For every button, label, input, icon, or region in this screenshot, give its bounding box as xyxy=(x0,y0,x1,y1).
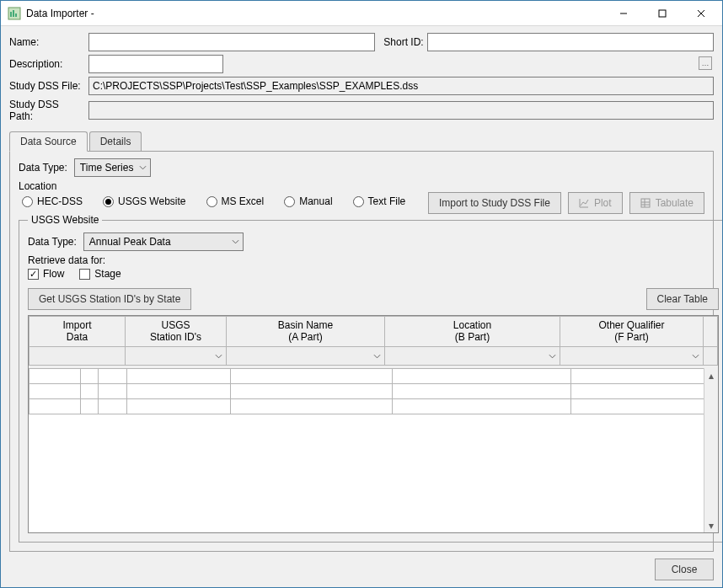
table-row[interactable] xyxy=(29,384,718,399)
svg-rect-1 xyxy=(10,12,12,17)
radio-hec-dss[interactable]: HEC-DSS xyxy=(22,195,83,207)
tab-bar: Data Source Details xyxy=(9,131,714,151)
minimize-button[interactable] xyxy=(604,2,643,25)
usgs-data-type-value: Annual Peak Data xyxy=(89,236,171,248)
radio-manual-label: Manual xyxy=(299,195,332,207)
scroll-gap xyxy=(704,347,718,366)
short-id-field[interactable] xyxy=(427,33,714,51)
col-station-l1: USGS xyxy=(161,320,190,332)
retrieve-label: Retrieve data for: xyxy=(28,254,719,266)
col-station-l2: Station ID's xyxy=(150,332,201,344)
scroll-gap xyxy=(704,317,718,347)
tab-panel-data-source: Data Type: Time Series Location HEC-DSS … xyxy=(9,151,714,552)
col-station-ids[interactable]: USGSStation ID's xyxy=(126,317,227,347)
short-id-label: Short ID: xyxy=(383,36,423,48)
data-type-value: Time Series xyxy=(80,162,134,174)
stage-checkbox-label: Stage xyxy=(94,268,121,280)
study-dss-path-label: Study DSS Path: xyxy=(9,99,85,122)
filter-import[interactable] xyxy=(29,347,126,366)
data-type-label: Data Type: xyxy=(19,162,67,174)
svg-rect-5 xyxy=(659,10,666,17)
filter-station[interactable] xyxy=(126,347,227,366)
location-label: Location xyxy=(19,180,704,192)
usgs-group: USGS Website Data Type: Annual Peak Data… xyxy=(19,214,723,543)
flow-checkbox-label: Flow xyxy=(43,268,64,280)
col-other-qualifier[interactable]: Other Qualifier(F Part) xyxy=(560,317,704,347)
col-basin-l1: Basin Name xyxy=(278,320,333,332)
name-label: Name: xyxy=(9,36,85,48)
col-other-l1: Other Qualifier xyxy=(598,320,664,332)
plot-button-label: Plot xyxy=(594,197,612,209)
radio-text-file[interactable]: Text File xyxy=(353,195,406,207)
col-basin-name[interactable]: Basin Name(A Part) xyxy=(227,317,385,347)
col-location-l1: Location xyxy=(453,320,491,332)
tab-data-source[interactable]: Data Source xyxy=(9,131,88,152)
usgs-data-type-label: Data Type: xyxy=(28,236,77,248)
station-table: ImportData USGSStation ID's Basin Name(A… xyxy=(28,315,719,533)
scroll-down-icon[interactable]: ▾ xyxy=(704,518,718,532)
filter-basin[interactable] xyxy=(227,347,385,366)
scroll-up-icon[interactable]: ▴ xyxy=(704,368,718,382)
radio-usgs-label: USGS Website xyxy=(118,195,185,207)
radio-ms-excel[interactable]: MS Excel xyxy=(206,195,265,207)
chevron-down-icon xyxy=(549,352,556,360)
usgs-data-type-select[interactable]: Annual Peak Data xyxy=(83,233,244,251)
svg-rect-2 xyxy=(13,10,14,17)
close-window-button[interactable] xyxy=(682,2,720,25)
study-dss-path-field xyxy=(88,101,714,120)
radio-hec-dss-label: HEC-DSS xyxy=(37,195,83,207)
table-row[interactable] xyxy=(29,369,718,384)
title-bar: Data Importer - xyxy=(1,1,722,26)
stage-checkbox[interactable]: Stage xyxy=(79,268,121,280)
location-radio-group: HEC-DSS USGS Website MS Excel Manual Tex… xyxy=(22,195,405,207)
name-field[interactable] xyxy=(88,33,375,51)
plot-button[interactable]: Plot xyxy=(568,192,623,214)
filter-location[interactable] xyxy=(385,347,560,366)
radio-text-file-label: Text File xyxy=(368,195,406,207)
vertical-scrollbar[interactable]: ▴ ▾ xyxy=(704,368,718,532)
description-field[interactable] xyxy=(88,55,223,73)
window-title: Data Importer - xyxy=(26,8,94,19)
col-import-data-l1: Import xyxy=(62,320,91,332)
col-import-data-l2: Data xyxy=(67,332,88,344)
svg-rect-3 xyxy=(15,13,17,17)
clear-table-button[interactable]: Clear Table xyxy=(646,288,719,310)
flow-checkbox[interactable]: Flow xyxy=(28,268,64,280)
maximize-button[interactable] xyxy=(643,2,682,25)
col-location-l2: (B Part) xyxy=(455,332,490,344)
tab-details[interactable]: Details xyxy=(89,131,142,152)
study-dss-file-field xyxy=(88,77,714,95)
radio-usgs-website[interactable]: USGS Website xyxy=(103,195,185,207)
tabulate-button[interactable]: Tabulate xyxy=(629,192,704,214)
plot-icon xyxy=(579,198,589,208)
table-row[interactable] xyxy=(29,399,718,414)
tabulate-button-label: Tabulate xyxy=(656,197,694,209)
radio-ms-excel-label: MS Excel xyxy=(222,195,265,207)
col-location[interactable]: Location(B Part) xyxy=(385,317,560,347)
description-expand-button[interactable]: … xyxy=(699,56,712,70)
col-other-l2: (F Part) xyxy=(614,332,649,344)
chevron-down-icon xyxy=(232,238,239,246)
import-to-study-dss-button[interactable]: Import to Study DSS File xyxy=(428,192,561,214)
description-label: Description: xyxy=(9,58,85,70)
study-dss-file-label: Study DSS File: xyxy=(9,80,85,92)
content-area: Name: Short ID: Description: … Study DSS… xyxy=(1,26,722,587)
chevron-down-icon xyxy=(373,352,381,360)
close-button[interactable]: Close xyxy=(655,559,714,580)
svg-rect-8 xyxy=(641,199,650,207)
chevron-down-icon xyxy=(139,164,147,172)
data-type-select[interactable]: Time Series xyxy=(74,158,152,177)
filter-other[interactable] xyxy=(560,347,704,366)
col-basin-l2: (A Part) xyxy=(288,332,323,344)
radio-manual[interactable]: Manual xyxy=(284,195,332,207)
col-import-data[interactable]: ImportData xyxy=(29,317,126,347)
usgs-legend: USGS Website xyxy=(28,214,102,226)
table-icon xyxy=(640,198,651,208)
chevron-down-icon xyxy=(692,352,699,360)
app-icon xyxy=(8,7,21,20)
get-usgs-ids-button[interactable]: Get USGS Station ID's by State xyxy=(28,288,191,310)
chevron-down-icon xyxy=(215,352,222,360)
